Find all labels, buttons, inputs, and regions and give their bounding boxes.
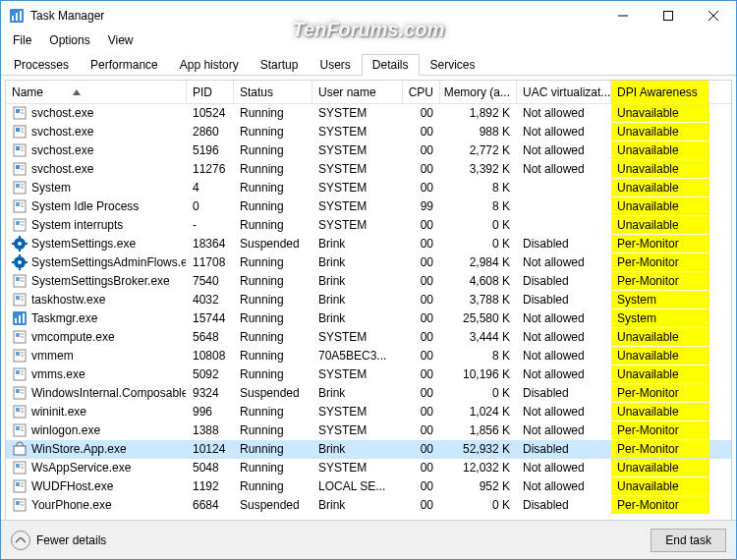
table-row[interactable]: SystemSettings.exe18364SuspendedBrink000…	[6, 235, 731, 253]
cell-memory: 1,856 K	[440, 421, 517, 439]
tab-performance[interactable]: Performance	[80, 54, 169, 75]
process-name: vmcompute.exe	[31, 330, 115, 344]
cell-dpi: Unavailable	[611, 403, 709, 420]
table-row[interactable]: Taskmgr.exe15744RunningBrink0025,580 KNo…	[6, 309, 731, 328]
tab-users[interactable]: Users	[309, 54, 361, 75]
svg-rect-1	[12, 16, 14, 21]
svg-rect-67	[21, 355, 24, 357]
process-icon	[12, 254, 28, 270]
header-memory[interactable]: Memory (a...	[440, 81, 517, 103]
svg-rect-69	[16, 370, 20, 374]
table-row[interactable]: taskhostw.exe4032RunningBrink003,788 KDi…	[6, 291, 731, 309]
process-name: winlogon.exe	[31, 423, 100, 437]
cell-cpu: 00	[403, 235, 440, 252]
process-icon	[12, 292, 28, 308]
table-row[interactable]: SystemSettingsAdminFlows.exe11708Running…	[6, 253, 731, 272]
cell-cpu: 00	[403, 365, 440, 383]
svg-rect-74	[21, 389, 24, 391]
table-row[interactable]: SystemSettingsBroker.exe7540RunningBrink…	[6, 272, 731, 291]
cell-cpu: 00	[403, 309, 440, 327]
cell-pid: 4	[187, 179, 234, 196]
table-row[interactable]: svchost.exe5196RunningSYSTEM002,772 KNot…	[6, 141, 731, 160]
process-name: wininit.exe	[31, 405, 86, 419]
tab-services[interactable]: Services	[420, 54, 486, 75]
table-row[interactable]: System interrupts-RunningSYSTEM000 KUnav…	[6, 216, 731, 235]
cell-user: 70A5BEC3...	[312, 347, 403, 364]
cell-uac: Disabled	[517, 440, 611, 458]
cell-uac: Disabled	[517, 384, 611, 402]
maximize-button[interactable]	[646, 1, 691, 30]
cell-status: Running	[234, 477, 312, 495]
table-row[interactable]: System4RunningSYSTEM008 KUnavailable	[6, 179, 731, 197]
tab-app-history[interactable]: App history	[169, 54, 250, 75]
titlebar[interactable]: Task Manager	[1, 1, 736, 30]
minimize-button[interactable]	[600, 1, 646, 30]
table-row[interactable]: vmcompute.exe5648RunningSYSTEM003,444 KN…	[6, 328, 731, 347]
table-row[interactable]: svchost.exe2860RunningSYSTEM00988 KNot a…	[6, 123, 731, 141]
svg-rect-66	[21, 352, 24, 354]
table-row[interactable]: System Idle Process0RunningSYSTEM998 KUn…	[6, 197, 731, 216]
app-icon	[9, 8, 25, 24]
svg-rect-70	[21, 370, 24, 372]
header-pid[interactable]: PID	[187, 81, 234, 103]
svg-rect-54	[21, 296, 24, 298]
close-button[interactable]	[691, 1, 736, 30]
header-dpi[interactable]: DPI Awareness	[611, 81, 709, 103]
table-row[interactable]: WsAppService.exe5048RunningSYSTEM0012,03…	[6, 459, 731, 477]
cell-status: Running	[234, 123, 312, 140]
cell-user: SYSTEM	[312, 421, 403, 439]
cell-memory: 3,444 K	[440, 328, 517, 346]
header-status[interactable]: Status	[234, 81, 312, 103]
cell-pid: 15744	[187, 309, 234, 327]
cell-pid: 5048	[187, 459, 234, 476]
menu-options[interactable]: Options	[41, 31, 97, 49]
process-icon	[12, 422, 28, 438]
cell-dpi: Per-Monitor	[611, 272, 709, 290]
table-row[interactable]: WUDFHost.exe1192RunningLOCAL SE...00952 …	[6, 477, 731, 496]
menu-view[interactable]: View	[100, 31, 142, 49]
cell-status: Running	[234, 403, 312, 420]
tab-processes[interactable]: Processes	[3, 54, 80, 75]
svg-rect-96	[21, 504, 24, 506]
svg-rect-79	[21, 411, 24, 413]
table-row[interactable]: svchost.exe11276RunningSYSTEM003,392 KNo…	[6, 160, 731, 179]
svg-rect-29	[16, 202, 20, 206]
header-user[interactable]: User name	[312, 81, 403, 103]
header-uac[interactable]: UAC virtualizat...	[517, 81, 611, 103]
svg-rect-34	[21, 221, 24, 223]
cell-user: SYSTEM	[312, 141, 403, 159]
cell-status: Running	[234, 253, 312, 271]
cell-uac: Not allowed	[517, 309, 611, 327]
cell-uac: Not allowed	[517, 141, 611, 159]
header-name[interactable]: Name	[6, 81, 187, 103]
cell-cpu: 00	[403, 179, 440, 196]
process-rows[interactable]: svchost.exe10524RunningSYSTEM001,892 KNo…	[6, 104, 731, 521]
table-row[interactable]: WindowsInternal.Composable...9324Suspend…	[6, 384, 731, 403]
table-row[interactable]: wininit.exe996RunningSYSTEM001,024 KNot …	[6, 403, 731, 421]
svg-rect-88	[21, 467, 24, 469]
cell-status: Running	[234, 272, 312, 290]
tab-startup[interactable]: Startup	[250, 54, 310, 75]
table-row[interactable]: YourPhone.exe6684SuspendedBrink000 KDisa…	[6, 496, 731, 515]
table-row[interactable]: vmms.exe5092RunningSYSTEM0010,196 KNot a…	[6, 365, 731, 384]
cell-memory: 0 K	[440, 235, 517, 252]
header-cpu[interactable]: CPU	[403, 81, 440, 103]
table-row[interactable]: vmmem10808Running70A5BEC3...008 KNot all…	[6, 347, 731, 365]
table-row[interactable]: winlogon.exe1388RunningSYSTEM001,856 KNo…	[6, 421, 731, 440]
svg-rect-27	[21, 187, 24, 189]
tab-details[interactable]: Details	[362, 54, 420, 76]
menu-file[interactable]: File	[5, 31, 39, 49]
cell-user: Brink	[312, 309, 403, 327]
table-row[interactable]: svchost.exe10524RunningSYSTEM001,892 KNo…	[6, 104, 731, 123]
process-icon	[12, 142, 28, 158]
fewer-details-button[interactable]: Fewer details	[11, 531, 106, 550]
end-task-button[interactable]: End task	[651, 529, 726, 552]
cell-status: Running	[234, 459, 312, 476]
process-icon	[12, 236, 28, 252]
table-row[interactable]: WinStore.App.exe10124RunningBrink0052,93…	[6, 440, 731, 459]
svg-rect-83	[21, 429, 24, 431]
svg-rect-73	[16, 389, 20, 393]
cell-pid: 996	[187, 403, 234, 420]
cell-status: Running	[234, 291, 312, 308]
svg-rect-84	[14, 446, 26, 455]
